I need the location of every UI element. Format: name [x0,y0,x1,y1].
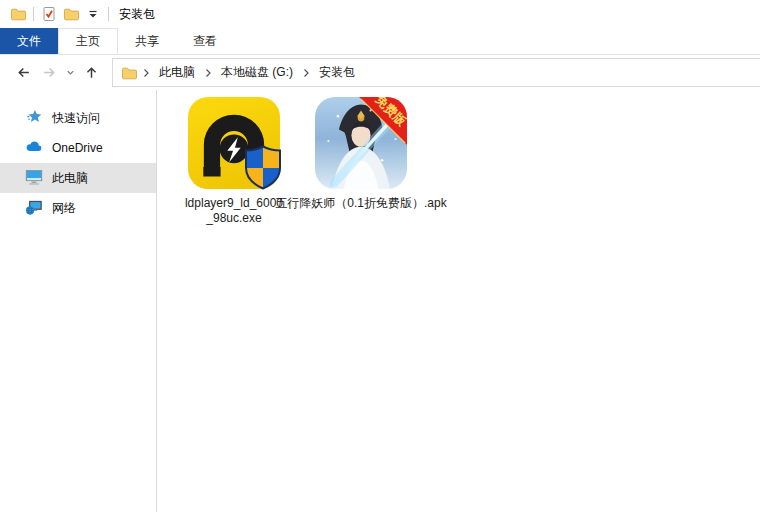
breadcrumb-local-disk-g[interactable]: 本地磁盘 (G:) [214,59,300,86]
new-folder-icon[interactable] [60,3,82,25]
qat-dropdown-icon[interactable] [82,3,104,25]
title-bar: 安装包 [0,0,760,28]
breadcrumb-this-pc[interactable]: 此电脑 [152,59,202,86]
location-folder-icon [118,62,140,84]
titlebar-separator [108,7,109,21]
up-button[interactable] [78,60,104,86]
sidebar-item-quick-access[interactable]: 快速访问 [0,103,156,133]
sidebar-item-this-pc[interactable]: 此电脑 [0,163,156,193]
navigation-pane: 快速访问 OneDrive 此电脑 网络 [0,90,157,512]
network-icon [25,198,43,219]
sidebar-item-onedrive[interactable]: OneDrive [0,133,156,163]
game-app-icon: 免费版 [315,97,407,189]
properties-icon[interactable] [38,3,60,25]
sidebar-item-label: 快速访问 [52,110,100,127]
file-name: 五行降妖师（0.1折免费版）.apk [275,196,446,211]
address-bar[interactable]: 此电脑 本地磁盘 (G:) 安装包 [112,58,760,87]
sidebar-item-network[interactable]: 网络 [0,193,156,223]
quick-access-star-icon [25,108,43,129]
navigation-bar: 此电脑 本地磁盘 (G:) 安装包 [0,55,760,90]
onedrive-cloud-icon [25,138,43,159]
sidebar-item-label: 网络 [52,200,76,217]
uac-shield-icon [243,145,283,191]
ribbon-tab-bar: 文件 主页 共享 查看 [0,28,760,55]
back-button[interactable] [10,60,36,86]
explorer-folder-icon [7,3,29,25]
file-name: ldplayer9_ld_6000_98uc.exe [182,196,286,226]
recent-locations-dropdown-icon[interactable] [62,60,78,86]
forward-button[interactable] [36,60,62,86]
tab-home[interactable]: 主页 [58,28,118,54]
sidebar-item-label: OneDrive [52,141,103,155]
breadcrumb-chevron-icon[interactable] [300,67,312,79]
tab-share[interactable]: 共享 [118,28,176,54]
tab-view[interactable]: 查看 [176,28,234,54]
sidebar-item-label: 此电脑 [52,170,88,187]
titlebar-separator [33,7,34,21]
this-pc-icon [25,168,43,189]
breadcrumb: 此电脑 本地磁盘 (G:) 安装包 [152,59,362,86]
window-title: 安装包 [119,6,155,23]
breadcrumb-chevron-icon[interactable] [202,67,214,79]
file-list-area[interactable]: ldplayer9_ld_6000_98uc.exe [157,90,760,512]
file-item-ldplayer-exe[interactable]: ldplayer9_ld_6000_98uc.exe [178,97,290,226]
file-item-game-apk[interactable]: 免费版 五行降妖师（0.1折免费版）.apk [295,97,427,211]
breadcrumb-chevron-icon[interactable] [140,67,152,79]
tab-file[interactable]: 文件 [0,28,58,54]
breadcrumb-install-folder[interactable]: 安装包 [312,59,362,86]
